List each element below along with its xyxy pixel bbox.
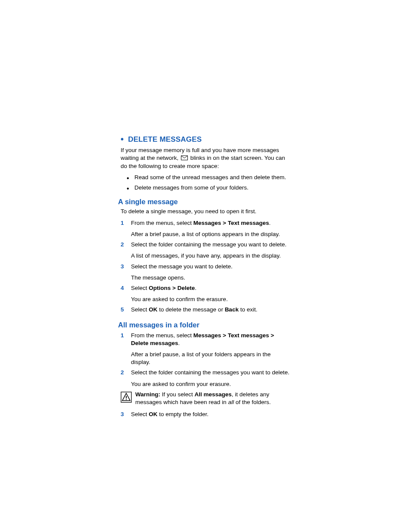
step-item: 3 Select OK to empty the folder. (121, 411, 291, 418)
steps-single-message: 1 From the menus, select Messages > Text… (121, 219, 291, 314)
subheading-folder: All messages in a folder (118, 321, 291, 329)
step-post: . (195, 285, 196, 291)
step-number: 5 (121, 306, 124, 314)
warning-post: of the folders. (234, 399, 271, 405)
step-subtext: After a brief pause, a list of your fold… (131, 351, 291, 366)
warning-label: Warning: (135, 391, 160, 398)
step-item: 5 Select OK to delete the message or Bac… (121, 306, 291, 314)
step-bold: OK (149, 306, 157, 313)
step-text: Select (131, 285, 149, 291)
subheading-single: A single message (118, 198, 291, 206)
step-post: to exit. (239, 306, 258, 313)
warning-icon (121, 392, 132, 404)
warning-italic: all (228, 399, 234, 405)
step-item: 4 Select Options > Delete. You are asked… (121, 284, 291, 303)
steps-folder: 1 From the menus, select Messages > Text… (121, 332, 291, 388)
step-number: 3 (121, 411, 124, 418)
step-bold: Options > Delete (149, 285, 195, 291)
step-subtext: The message opens. (131, 274, 291, 282)
warning-bold: All messages (195, 391, 232, 398)
step-post: . (178, 340, 180, 346)
step-bold2: Back (225, 306, 239, 313)
step-bold: Messages > Text messages (193, 220, 269, 226)
step-text: Select (131, 306, 149, 313)
step-item: 2 Select the folder containing the messa… (121, 369, 291, 388)
step-subtext: You are asked to confirm the erasure. (131, 296, 291, 303)
step-text: Select the message you want to delete. (131, 263, 233, 270)
warning-pre: If you select (160, 391, 195, 398)
envelope-icon (181, 155, 188, 162)
step-text: Select the folder containing the message… (131, 241, 286, 248)
heading-bullet-icon: • (121, 134, 124, 144)
step-bold: OK (149, 411, 157, 417)
intro-paragraph: If your message memory is full and you h… (121, 146, 291, 170)
steps-folder-continued: 3 Select OK to empty the folder. (121, 411, 291, 418)
section-heading: •DELETE MESSAGES (121, 135, 291, 144)
step-item: 1 From the menus, select Messages > Text… (121, 219, 291, 238)
step-number: 1 (121, 332, 124, 339)
step-text: From the menus, select (131, 220, 193, 226)
step-subtext: You are asked to confirm your erasure. (131, 380, 291, 388)
step-mid: to delete the message or (158, 306, 225, 313)
step-item: 1 From the menus, select Messages > Text… (121, 332, 291, 367)
warning-text: Warning: If you select All messages, it … (135, 391, 291, 406)
step-text: Select the folder containing the message… (131, 369, 290, 376)
step-number: 2 (121, 241, 124, 249)
step-post: . (269, 220, 271, 226)
bullet-item: Delete messages from some of your folder… (121, 184, 291, 192)
step-number: 1 (121, 219, 124, 227)
step-number: 3 (121, 263, 124, 271)
step-text: Select (131, 411, 149, 417)
heading-text: DELETE MESSAGES (128, 135, 202, 143)
sub1-intro: To delete a single message, you need to … (121, 208, 291, 215)
bullet-item: Read some of the unread messages and the… (121, 174, 291, 181)
svg-point-3 (126, 399, 127, 400)
step-subtext: After a brief pause, a list of options a… (131, 230, 291, 238)
step-item: 3 Select the message you want to delete.… (121, 263, 291, 282)
intro-bullet-list: Read some of the unread messages and the… (121, 174, 291, 192)
step-number: 4 (121, 284, 124, 292)
step-item: 2 Select the folder containing the messa… (121, 241, 291, 260)
step-number: 2 (121, 369, 124, 376)
step-text: From the menus, select (131, 332, 193, 339)
document-page: •DELETE MESSAGES If your message memory … (121, 135, 291, 421)
step-post: to empty the folder. (158, 411, 209, 417)
step-subtext: A list of messages, if you have any, app… (131, 252, 291, 260)
warning-block: Warning: If you select All messages, it … (121, 391, 291, 406)
